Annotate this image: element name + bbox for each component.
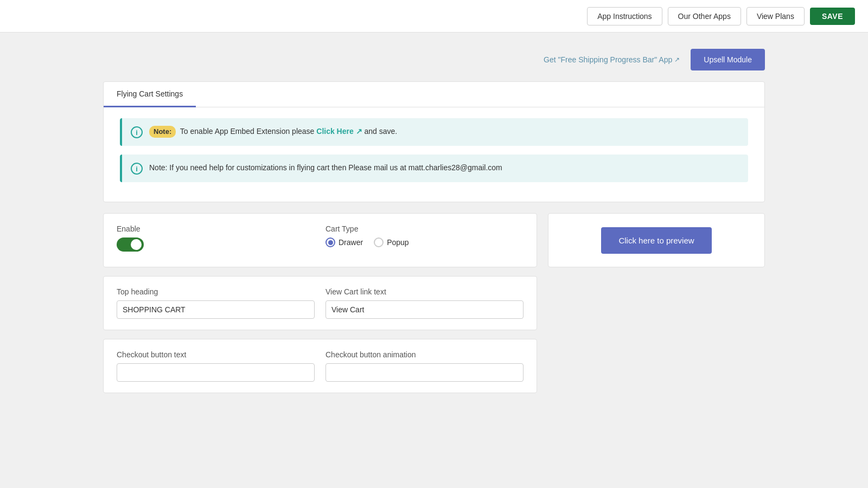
cart-type-radio-group: Drawer Popup — [326, 237, 524, 247]
settings-content: i Note: To enable App Embed Extension pl… — [104, 107, 764, 202]
upsell-module-button[interactable]: Upsell Module — [691, 49, 765, 70]
notice-customization: i Note: If you need help for customizati… — [120, 155, 748, 182]
toggle-container — [117, 237, 315, 252]
header: App Instructions Our Other Apps View Pla… — [0, 0, 868, 33]
enable-toggle[interactable] — [117, 237, 144, 252]
checkout-row: Checkout button text Checkout button ani… — [103, 339, 765, 393]
drawer-radio-circle — [326, 237, 335, 247]
notice-text-before: To enable App Embed Extension please — [180, 127, 316, 136]
tab-flying-cart-settings[interactable]: Flying Cart Settings — [104, 82, 196, 107]
click-here-text: Click Here — [316, 127, 353, 136]
enable-label: Enable — [117, 224, 315, 233]
notice-embed-extension: i Note: To enable App Embed Extension pl… — [120, 118, 748, 146]
free-shipping-link-text: Get "Free Shipping Progress Bar" App — [544, 55, 672, 64]
top-heading-label: Top heading — [117, 287, 315, 296]
preview-button[interactable]: Click here to preview — [601, 227, 711, 254]
enable-cart-card: Enable Cart Type — [103, 213, 537, 267]
checkout-button-animation-label: Checkout button animation — [326, 350, 524, 359]
cart-type-section: Cart Type Drawer Popup — [326, 224, 524, 252]
note-badge: Note: — [149, 126, 176, 138]
drawer-radio-option[interactable]: Drawer — [326, 237, 363, 247]
save-button[interactable]: SAVE — [810, 8, 855, 25]
click-here-link[interactable]: Click Here ↗ — [316, 127, 364, 136]
toggle-slider — [117, 237, 144, 252]
external-link-icon: ↗ — [674, 56, 680, 63]
notice-customization-text: Note: If you need help for customization… — [149, 162, 502, 174]
enable-cart-row: Enable Cart Type — [103, 213, 765, 267]
view-plans-button[interactable]: View Plans — [746, 7, 805, 25]
our-other-apps-button[interactable]: Our Other Apps — [668, 7, 741, 25]
top-action-row: Get "Free Shipping Progress Bar" App ↗ U… — [103, 49, 765, 70]
view-cart-input[interactable] — [326, 300, 524, 319]
checkout-button-text-section: Checkout button text — [117, 350, 315, 382]
cart-type-label: Cart Type — [326, 224, 524, 233]
drawer-radio-label: Drawer — [339, 238, 363, 247]
checkout-button-text-label: Checkout button text — [117, 350, 315, 359]
heading-viewcart-spacer — [548, 276, 765, 330]
preview-card: Click here to preview — [548, 213, 765, 267]
tab-container: Flying Cart Settings i Note: To enable A… — [103, 81, 765, 202]
top-heading-section: Top heading — [117, 287, 315, 319]
checkout-card: Checkout button text Checkout button ani… — [103, 339, 537, 393]
free-shipping-link[interactable]: Get "Free Shipping Progress Bar" App ↗ — [544, 55, 680, 64]
info-icon: i — [131, 126, 143, 138]
checkout-spacer — [548, 339, 765, 393]
drawer-radio-inner — [328, 240, 333, 245]
heading-viewcart-row: Top heading View Cart link text — [103, 276, 765, 330]
tabs: Flying Cart Settings — [104, 82, 764, 107]
view-cart-label: View Cart link text — [326, 287, 524, 296]
app-instructions-button[interactable]: App Instructions — [587, 7, 662, 25]
popup-radio-option[interactable]: Popup — [374, 237, 409, 247]
checkout-button-animation-input[interactable] — [326, 363, 524, 382]
info-icon-2: i — [131, 163, 143, 175]
heading-viewcart-card: Top heading View Cart link text — [103, 276, 537, 330]
popup-radio-circle — [374, 237, 384, 247]
view-cart-section: View Cart link text — [326, 287, 524, 319]
notice-text-after: and save. — [365, 127, 398, 136]
checkout-button-animation-section: Checkout button animation — [326, 350, 524, 382]
top-heading-input[interactable] — [117, 300, 315, 319]
notice-embed-text: Note: To enable App Embed Extension plea… — [149, 126, 397, 138]
popup-radio-label: Popup — [387, 238, 409, 247]
checkout-button-text-input[interactable] — [117, 363, 315, 382]
main-content: Get "Free Shipping Progress Bar" App ↗ U… — [81, 33, 787, 418]
enable-section: Enable — [117, 224, 315, 252]
external-link-icon-2: ↗ — [356, 127, 362, 136]
